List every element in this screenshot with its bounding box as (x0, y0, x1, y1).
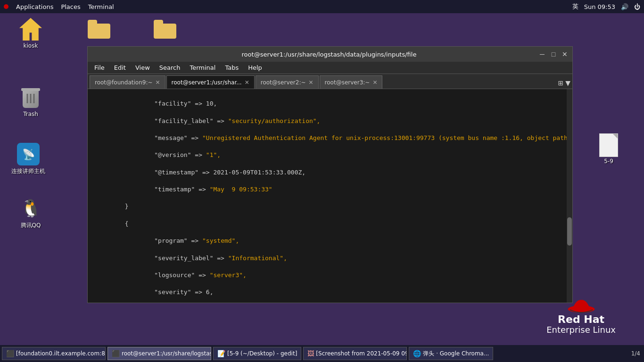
tab-close-server1[interactable]: ✕ (245, 79, 249, 86)
terminal-content[interactable]: "facility" => 10, "facility_label" => "s… (88, 89, 572, 303)
desktop-icon-kiosk[interactable]: kiosk (12, 18, 50, 49)
trash-icon (19, 86, 42, 109)
file-icon (599, 133, 618, 157)
topbar-power-icon[interactable]: ⏻ (634, 3, 640, 10)
terminal-tabs-bar: root@foundation9:~ ✕ root@server1:/usr/s… (88, 74, 572, 89)
window-controls-right[interactable]: ─ □ ✕ (538, 50, 569, 58)
tab-menu-icon[interactable]: ▼ (565, 79, 570, 87)
taskbar-item-screenshot[interactable]: 🖼 [Screenshot from 2021-05-09 09-... (303, 347, 407, 360)
desktop-icon-folder1[interactable] (80, 18, 118, 42)
qq-icon: 🐧 (19, 197, 42, 220)
taskbar-page-counter: 1/4 (631, 350, 642, 357)
topbar-places[interactable]: Places (61, 3, 80, 10)
taskbar-item-foundation[interactable]: ⬛ [foundation0.ilt.example.com:8 (kio... (2, 347, 106, 360)
redhat-dot (4, 4, 8, 9)
qq-label: 腾讯QQ (21, 222, 41, 230)
topbar-datetime: Sun 09:53 (584, 3, 615, 10)
tab-close-server2[interactable]: ✕ (309, 79, 314, 86)
tab-server3[interactable]: root@server3:~ ✕ (320, 75, 383, 89)
desktop-icon-trash[interactable]: Trash (12, 86, 50, 117)
terminal-title: root@server1:/usr/share/logstash/data/pl… (120, 51, 538, 58)
menu-file[interactable]: File (90, 63, 109, 72)
terminal-text: "facility" => 10, "facility_label" => "s… (91, 89, 567, 303)
terminal-scrollbar-thumb[interactable] (567, 217, 572, 246)
folder2-icon (154, 18, 176, 41)
trash-label: Trash (23, 111, 38, 117)
tab-actions[interactable]: ⊞ ▼ (558, 79, 570, 89)
menu-view[interactable]: View (131, 63, 155, 72)
terminal-scrollbar[interactable] (567, 89, 572, 303)
desktop-icon-5-9[interactable]: 5-9 (599, 133, 618, 165)
menu-terminal[interactable]: Terminal (185, 63, 220, 72)
tab-close-foundation9[interactable]: ✕ (156, 79, 160, 86)
tab-foundation9[interactable]: root@foundation9:~ ✕ (90, 75, 165, 89)
gedit-taskbar-icon: 📝 (217, 350, 225, 357)
redhat-text: Red Hat Enterprise Linux (546, 314, 616, 335)
topbar-lang[interactable]: 英 (572, 2, 578, 11)
new-tab-icon[interactable]: ⊞ (558, 79, 563, 87)
chrome-taskbar-icon: 🌐 (413, 350, 421, 357)
terminal-titlebar: root@server1:/usr/share/logstash/data/pl… (88, 47, 572, 62)
terminal-window: root@server1:/usr/share/logstash/data/pl… (87, 46, 573, 303)
topbar-volume-icon[interactable]: 🔊 (621, 3, 628, 10)
terminal-menubar: File Edit View Search Terminal Tabs Help (88, 62, 572, 74)
topbar-left: Applications Places Terminal (4, 3, 114, 10)
home-icon (19, 18, 42, 41)
topbar-right: 英 Sun 09:53 🔊 ⏻ (572, 2, 640, 11)
maximize-button[interactable]: □ (550, 50, 557, 58)
taskbar-item-chrome[interactable]: 🌐 弹头 · Google Chroma... (409, 347, 493, 360)
screenshot-taskbar-icon: 🖼 (307, 350, 314, 357)
topbar-redhat-dot (4, 4, 8, 9)
topbar-terminal[interactable]: Terminal (88, 3, 114, 10)
file-59-label: 5-9 (604, 158, 613, 165)
desktop-icon-qq[interactable]: 🐧 腾讯QQ (12, 197, 50, 230)
topbar-applications[interactable]: Applications (16, 3, 53, 10)
terminal-taskbar-icon2: ⬛ (112, 350, 120, 357)
kiosk-label: kiosk (24, 42, 38, 49)
topbar: Applications Places Terminal 英 Sun 09:53… (0, 0, 644, 13)
terminal-taskbar-icon: ⬛ (6, 350, 14, 357)
tab-close-server3[interactable]: ✕ (372, 79, 377, 86)
taskbar-item-server1[interactable]: ⬛ root@server1:/usr/share/logstash/... (107, 347, 211, 360)
taskbar: ⬛ [foundation0.ilt.example.com:8 (kio...… (0, 345, 644, 362)
desktop-icon-connect[interactable]: 📡 连接讲师主机 (7, 143, 50, 175)
tab-server1[interactable]: root@server1:/usr/shar... ✕ (166, 75, 255, 89)
connect-label: 连接讲师主机 (11, 167, 45, 175)
tab-server2[interactable]: root@server2:~ ✕ (256, 75, 319, 89)
taskbar-item-gedit[interactable]: 📝 [5-9 (~/Desktop) - gedit] (213, 347, 301, 360)
menu-tabs[interactable]: Tabs (220, 63, 243, 72)
desktop: kiosk (0, 13, 644, 349)
connect-icon: 📡 (17, 143, 40, 165)
desktop-icon-folder2[interactable] (146, 18, 184, 42)
minimize-button[interactable]: ─ (538, 50, 546, 58)
folder-icon (88, 18, 110, 41)
menu-edit[interactable]: Edit (109, 63, 131, 72)
menu-search[interactable]: Search (155, 63, 185, 72)
close-button[interactable]: ✕ (561, 50, 569, 58)
terminal-left-margin (88, 89, 91, 303)
menu-help[interactable]: Help (243, 63, 267, 72)
